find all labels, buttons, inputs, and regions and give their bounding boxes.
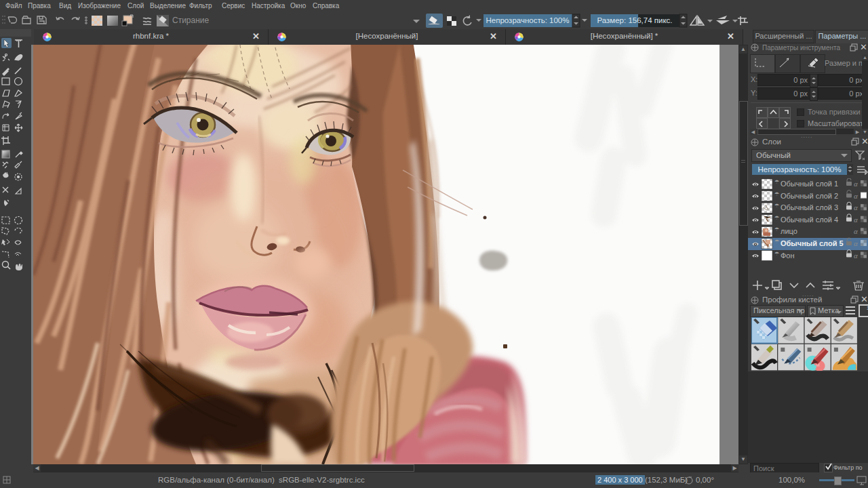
svg-text:α: α (854, 239, 858, 247)
svg-text:α: α (854, 251, 858, 260)
svg-text:☂: ☂ (774, 215, 779, 221)
svg-text:☂: ☂ (774, 226, 779, 232)
svg-text:Размер: 156,74 пикс.: Размер: 156,74 пикс. (597, 16, 672, 24)
svg-text:☂: ☂ (774, 191, 779, 197)
svg-text:☂: ☂ (774, 251, 779, 257)
svg-text:☂: ☂ (774, 179, 779, 185)
svg-text:α: α (854, 203, 858, 211)
svg-text:α: α (854, 180, 858, 188)
svg-text:☂: ☂ (774, 239, 779, 245)
svg-text:Непрозрачность: 100%: Непрозрачность: 100% (486, 16, 570, 24)
svg-text:α: α (854, 216, 858, 224)
svg-text:☂: ☂ (774, 203, 779, 209)
svg-text:α: α (854, 227, 858, 235)
svg-text:α: α (854, 192, 858, 200)
